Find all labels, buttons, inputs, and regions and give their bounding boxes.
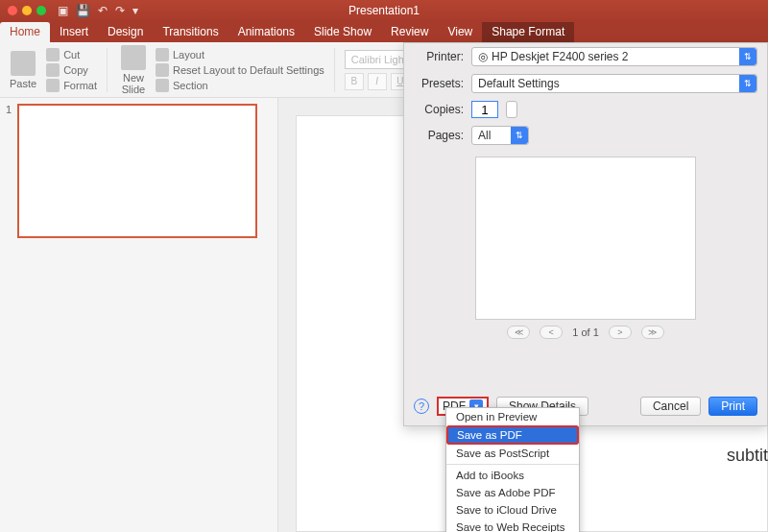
preview-pager: ≪ < 1 of 1 > ≫ (404, 326, 767, 339)
presets-select[interactable]: Default Settings ⇅ (471, 74, 757, 93)
slide-thumbnails-pane[interactable]: 1 (0, 98, 278, 532)
print-button[interactable]: Print (708, 397, 757, 416)
copies-stepper[interactable] (506, 101, 517, 118)
print-preview (475, 157, 696, 320)
menu-add-to-ibooks[interactable]: Add to iBooks (446, 467, 579, 484)
separator (334, 48, 335, 92)
tab-home[interactable]: Home (0, 22, 50, 42)
document-title: Presentation1 (348, 4, 420, 17)
clipboard-actions: Cut Copy Format (46, 48, 97, 92)
section-button[interactable]: Section (156, 79, 324, 92)
printer-select[interactable]: ◎ HP Deskjet F2400 series 2 ⇅ (471, 47, 757, 66)
qat-autosave-icon[interactable]: ▣ (58, 4, 68, 17)
pager-first-button[interactable]: ≪ (507, 326, 530, 339)
help-button[interactable]: ? (414, 399, 429, 414)
scissors-icon (46, 48, 60, 61)
qat-save-icon[interactable]: 💾 (76, 4, 90, 17)
ribbon-tabs: Home Insert Design Transitions Animation… (0, 21, 768, 42)
tab-slideshow[interactable]: Slide Show (304, 22, 381, 42)
italic-button[interactable]: I (368, 73, 387, 90)
reset-icon (156, 63, 169, 77)
menu-save-to-web-receipts[interactable]: Save to Web Receipts (446, 519, 579, 532)
qat-redo-icon[interactable]: ↷ (115, 4, 125, 17)
pages-select[interactable]: All ⇅ (471, 126, 529, 145)
thumb-index: 1 (6, 104, 12, 238)
menu-separator (446, 464, 579, 465)
zoom-window-button[interactable] (36, 6, 46, 15)
printer-label: Printer: (414, 50, 464, 63)
qat-more-icon[interactable]: ▾ (132, 4, 138, 17)
reset-layout-button[interactable]: Reset Layout to Default Settings (156, 63, 324, 77)
cut-button[interactable]: Cut (46, 48, 97, 61)
presets-label: Presets: (414, 77, 464, 90)
pager-prev-button[interactable]: < (540, 326, 563, 339)
slide-actions: Layout Reset Layout to Default Settings … (156, 48, 324, 92)
pdf-dropdown-menu: Open in Preview Save as PDF Save as Post… (445, 407, 580, 532)
tab-animations[interactable]: Animations (228, 22, 304, 42)
chevron-updown-icon: ⇅ (511, 127, 528, 144)
minimize-window-button[interactable] (22, 6, 32, 15)
copies-input[interactable] (471, 101, 498, 118)
printer-value: HP Deskjet F2400 series 2 (492, 50, 629, 63)
window-controls (0, 6, 46, 15)
menu-save-to-icloud[interactable]: Save to iCloud Drive (446, 501, 579, 519)
presets-value: Default Settings (478, 77, 560, 90)
close-window-button[interactable] (8, 6, 17, 15)
cancel-button[interactable]: Cancel (640, 397, 701, 416)
print-dialog: Printer: ◎ HP Deskjet F2400 series 2 ⇅ P… (403, 42, 768, 426)
brush-icon (46, 79, 60, 92)
paste-label: Paste (10, 78, 36, 89)
new-slide-label: New Slide (122, 72, 145, 95)
quick-access-toolbar: ▣ 💾 ↶ ↷ ▾ (58, 4, 138, 17)
window-titlebar: ▣ 💾 ↶ ↷ ▾ Presentation1 (0, 0, 768, 21)
pages-value: All (478, 129, 491, 142)
format-painter-button[interactable]: Format (46, 79, 97, 92)
menu-save-as-pdf[interactable]: Save as PDF (446, 425, 579, 445)
chevron-updown-icon: ⇅ (739, 75, 756, 92)
tab-shape-format[interactable]: Shape Format (482, 22, 574, 42)
pager-next-button[interactable]: > (609, 326, 632, 339)
chevron-updown-icon: ⇅ (739, 48, 756, 65)
pager-last-button[interactable]: ≫ (641, 326, 664, 339)
qat-undo-icon[interactable]: ↶ (98, 4, 108, 17)
new-slide-group[interactable]: New Slide (117, 45, 150, 95)
menu-open-preview[interactable]: Open in Preview (446, 408, 579, 425)
copy-icon (46, 63, 60, 77)
copy-button[interactable]: Copy (46, 63, 97, 77)
tab-transitions[interactable]: Transitions (153, 22, 228, 42)
section-icon (156, 79, 169, 92)
bold-button[interactable]: B (345, 73, 364, 90)
clipboard-icon[interactable] (11, 51, 36, 76)
subtitle-placeholder-text: subtit (727, 446, 768, 466)
tab-review[interactable]: Review (381, 22, 438, 42)
menu-save-as-postscript[interactable]: Save as PostScript (446, 445, 579, 462)
separator (107, 48, 108, 92)
layout-icon (156, 48, 169, 61)
copies-label: Copies: (414, 103, 464, 116)
pager-label: 1 of 1 (572, 326, 599, 338)
new-slide-icon (121, 45, 146, 70)
slide-thumbnail-1[interactable] (17, 104, 257, 238)
pages-label: Pages: (414, 129, 464, 142)
layout-button[interactable]: Layout (156, 48, 324, 61)
paste-group: Paste (6, 51, 40, 89)
tab-view[interactable]: View (438, 22, 482, 42)
tab-insert[interactable]: Insert (50, 22, 98, 42)
menu-save-as-adobe-pdf[interactable]: Save as Adobe PDF (446, 484, 579, 501)
tab-design[interactable]: Design (98, 22, 153, 42)
